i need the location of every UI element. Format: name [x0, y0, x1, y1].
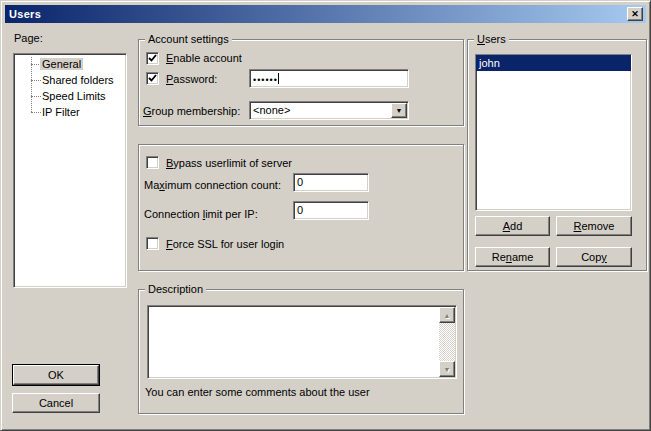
- tree-item-label[interactable]: Shared folders: [40, 74, 116, 86]
- tree-item-speed-limits[interactable]: Speed Limits: [14, 88, 126, 104]
- group-membership-select[interactable]: <none> ▼: [249, 101, 409, 120]
- tree-item-ip-filter[interactable]: IP Filter: [14, 104, 126, 120]
- description-hint: You can enter some comments about the us…: [145, 386, 370, 398]
- bypass-userlimit-checkbox[interactable]: [146, 156, 159, 169]
- title-bar[interactable]: Users ✕: [5, 5, 646, 23]
- users-listbox[interactable]: john: [475, 54, 632, 211]
- account-settings-title: Account settings: [145, 33, 232, 45]
- cancel-button[interactable]: Cancel: [12, 393, 100, 413]
- password-label: Password:: [166, 73, 217, 85]
- bypass-userlimit-label: Bypass userlimit of server: [166, 157, 292, 169]
- users-group-title: Users: [474, 33, 509, 45]
- users-group: Users john Add Remove Rename Copy: [467, 39, 647, 271]
- enable-account-label: Enable account: [166, 52, 242, 64]
- tree-item-label[interactable]: General: [40, 58, 83, 70]
- tree-item-label[interactable]: Speed Limits: [40, 90, 108, 102]
- max-connection-count-label: Maximum connection count:: [144, 179, 281, 191]
- scroll-up-icon[interactable]: ▲: [439, 307, 455, 323]
- remove-button[interactable]: Remove: [556, 216, 632, 236]
- checkmark-icon: [148, 54, 157, 63]
- scroll-down-icon[interactable]: ▼: [439, 361, 455, 377]
- tree-item-shared-folders[interactable]: Shared folders: [14, 72, 126, 88]
- max-connection-count-input[interactable]: 0: [293, 173, 369, 192]
- connection-limit-per-ip-input[interactable]: 0: [293, 201, 369, 220]
- description-group: Description ▲ ▼ You can enter some comme…: [138, 289, 464, 414]
- page-label: Page:: [14, 32, 43, 44]
- force-ssl-label: Force SSL for user login: [166, 238, 284, 250]
- tree-item-general[interactable]: General: [14, 56, 126, 72]
- force-ssl-checkbox[interactable]: [146, 237, 159, 250]
- description-textarea[interactable]: ▲ ▼: [147, 305, 457, 379]
- add-button[interactable]: Add: [475, 216, 550, 236]
- ok-button[interactable]: OK: [13, 365, 99, 385]
- vertical-scrollbar[interactable]: ▲ ▼: [439, 307, 455, 377]
- close-icon[interactable]: ✕: [627, 7, 643, 21]
- users-dialog: Users ✕ Page: General Shared folders Spe…: [0, 0, 651, 431]
- tree-item-label[interactable]: IP Filter: [40, 106, 82, 118]
- password-input[interactable]: ••••••: [249, 69, 409, 88]
- user-list-item[interactable]: john: [476, 55, 631, 71]
- page-tree[interactable]: General Shared folders Speed Limits IP F…: [13, 53, 127, 288]
- text-caret: [278, 73, 279, 84]
- group-membership-label: Group membership:: [143, 105, 240, 117]
- password-checkbox[interactable]: [146, 72, 159, 85]
- enable-account-checkbox[interactable]: [146, 52, 159, 65]
- window-title: Users: [5, 8, 41, 20]
- chevron-down-icon[interactable]: ▼: [391, 103, 407, 118]
- checkmark-icon: [148, 74, 157, 83]
- rename-button[interactable]: Rename: [475, 247, 550, 267]
- connection-limit-per-ip-label: Connection limit per IP:: [144, 208, 258, 220]
- copy-button[interactable]: Copy: [556, 247, 632, 267]
- description-title: Description: [145, 283, 206, 295]
